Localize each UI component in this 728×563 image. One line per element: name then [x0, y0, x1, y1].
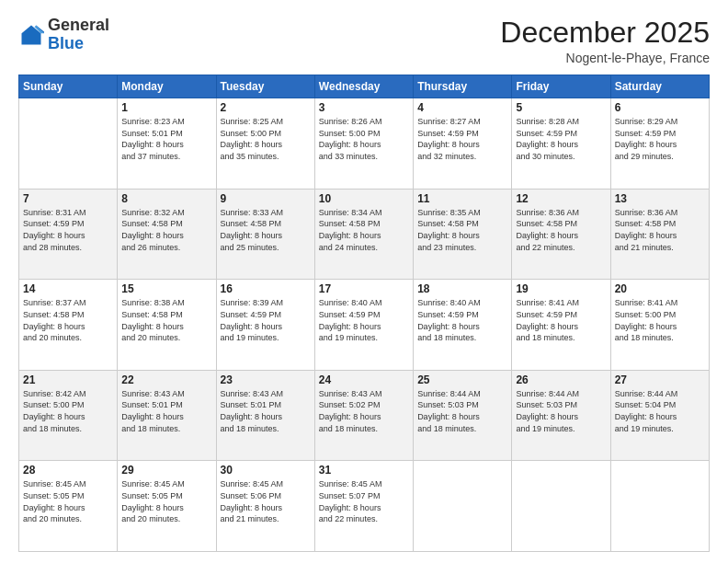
day-number: 6	[615, 101, 705, 114]
calendar-week-row: 7Sunrise: 8:31 AMSunset: 4:59 PMDaylight…	[19, 189, 710, 280]
table-row: 15Sunrise: 8:38 AMSunset: 4:58 PMDayligh…	[118, 280, 216, 371]
table-row: 11Sunrise: 8:35 AMSunset: 4:58 PMDayligh…	[414, 189, 512, 280]
cell-info: Sunrise: 8:25 AMSunset: 5:00 PMDaylight:…	[221, 116, 311, 162]
day-number: 5	[516, 101, 606, 114]
table-row: 5Sunrise: 8:28 AMSunset: 4:59 PMDaylight…	[512, 98, 610, 190]
cell-info: Sunrise: 8:33 AMSunset: 4:58 PMDaylight:…	[221, 207, 311, 253]
calendar-week-row: 14Sunrise: 8:37 AMSunset: 4:58 PMDayligh…	[19, 280, 710, 371]
cell-info: Sunrise: 8:36 AMSunset: 4:58 PMDaylight:…	[516, 207, 606, 253]
day-number: 25	[417, 373, 507, 386]
table-row: 28Sunrise: 8:45 AMSunset: 5:05 PMDayligh…	[19, 461, 118, 552]
cell-info: Sunrise: 8:31 AMSunset: 4:59 PMDaylight:…	[23, 207, 113, 253]
day-number: 15	[121, 282, 211, 295]
day-number: 22	[121, 373, 211, 386]
cell-info: Sunrise: 8:45 AMSunset: 5:05 PMDaylight:…	[121, 478, 211, 524]
day-number: 26	[516, 373, 606, 386]
day-number: 28	[23, 464, 113, 477]
cell-info: Sunrise: 8:37 AMSunset: 4:58 PMDaylight:…	[23, 297, 113, 343]
day-number: 27	[615, 373, 705, 386]
table-row: 16Sunrise: 8:39 AMSunset: 4:59 PMDayligh…	[216, 280, 314, 371]
day-number: 19	[516, 282, 606, 295]
cell-info: Sunrise: 8:38 AMSunset: 4:58 PMDaylight:…	[121, 297, 211, 343]
cell-info: Sunrise: 8:26 AMSunset: 5:00 PMDaylight:…	[319, 116, 409, 162]
day-number: 7	[23, 192, 113, 205]
cell-info: Sunrise: 8:29 AMSunset: 4:59 PMDaylight:…	[615, 116, 705, 162]
day-number: 9	[221, 192, 311, 205]
page: General Blue December 2025 Nogent-le-Pha…	[0, 0, 728, 563]
table-row: 22Sunrise: 8:43 AMSunset: 5:01 PMDayligh…	[118, 370, 216, 461]
calendar-week-row: 1Sunrise: 8:23 AMSunset: 5:01 PMDaylight…	[19, 98, 710, 190]
table-row	[19, 98, 118, 190]
col-tuesday: Tuesday	[216, 75, 314, 98]
table-row: 14Sunrise: 8:37 AMSunset: 4:58 PMDayligh…	[19, 280, 118, 371]
table-row	[610, 461, 709, 552]
month-title: December 2025	[500, 17, 710, 49]
col-wednesday: Wednesday	[314, 75, 413, 98]
day-number: 24	[319, 373, 409, 386]
col-saturday: Saturday	[610, 75, 709, 98]
table-row: 8Sunrise: 8:32 AMSunset: 4:58 PMDaylight…	[118, 189, 216, 280]
calendar-week-row: 28Sunrise: 8:45 AMSunset: 5:05 PMDayligh…	[19, 461, 710, 552]
day-number: 14	[23, 282, 113, 295]
table-row	[414, 461, 512, 552]
cell-info: Sunrise: 8:40 AMSunset: 4:59 PMDaylight:…	[319, 297, 409, 343]
day-number: 18	[417, 282, 507, 295]
logo-blue: Blue	[48, 34, 84, 52]
cell-info: Sunrise: 8:41 AMSunset: 5:00 PMDaylight:…	[615, 297, 705, 343]
logo-icon	[18, 22, 44, 48]
day-number: 10	[319, 192, 409, 205]
day-number: 31	[319, 464, 409, 477]
calendar-header-row: Sunday Monday Tuesday Wednesday Thursday…	[19, 75, 710, 98]
cell-info: Sunrise: 8:36 AMSunset: 4:58 PMDaylight:…	[615, 207, 705, 253]
location: Nogent-le-Phaye, France	[500, 51, 710, 65]
table-row: 21Sunrise: 8:42 AMSunset: 5:00 PMDayligh…	[19, 370, 118, 461]
table-row: 3Sunrise: 8:26 AMSunset: 5:00 PMDaylight…	[314, 98, 413, 190]
table-row: 7Sunrise: 8:31 AMSunset: 4:59 PMDaylight…	[19, 189, 118, 280]
table-row: 25Sunrise: 8:44 AMSunset: 5:03 PMDayligh…	[414, 370, 512, 461]
cell-info: Sunrise: 8:32 AMSunset: 4:58 PMDaylight:…	[121, 207, 211, 253]
table-row: 4Sunrise: 8:27 AMSunset: 4:59 PMDaylight…	[414, 98, 512, 190]
cell-info: Sunrise: 8:43 AMSunset: 5:02 PMDaylight:…	[319, 388, 409, 434]
day-number: 1	[121, 101, 211, 114]
table-row: 13Sunrise: 8:36 AMSunset: 4:58 PMDayligh…	[610, 189, 709, 280]
cell-info: Sunrise: 8:34 AMSunset: 4:58 PMDaylight:…	[319, 207, 409, 253]
table-row: 2Sunrise: 8:25 AMSunset: 5:00 PMDaylight…	[216, 98, 314, 190]
col-thursday: Thursday	[414, 75, 512, 98]
title-block: December 2025 Nogent-le-Phaye, France	[500, 17, 710, 65]
cell-info: Sunrise: 8:27 AMSunset: 4:59 PMDaylight:…	[417, 116, 507, 162]
cell-info: Sunrise: 8:41 AMSunset: 4:59 PMDaylight:…	[516, 297, 606, 343]
cell-info: Sunrise: 8:43 AMSunset: 5:01 PMDaylight:…	[121, 388, 211, 434]
logo-text: General Blue	[48, 17, 109, 53]
cell-info: Sunrise: 8:28 AMSunset: 4:59 PMDaylight:…	[516, 116, 606, 162]
table-row: 26Sunrise: 8:44 AMSunset: 5:03 PMDayligh…	[512, 370, 610, 461]
day-number: 12	[516, 192, 606, 205]
cell-info: Sunrise: 8:42 AMSunset: 5:00 PMDaylight:…	[23, 388, 113, 434]
logo-general: General	[48, 16, 109, 34]
logo: General Blue	[18, 17, 109, 53]
table-row: 17Sunrise: 8:40 AMSunset: 4:59 PMDayligh…	[314, 280, 413, 371]
cell-info: Sunrise: 8:35 AMSunset: 4:58 PMDaylight:…	[417, 207, 507, 253]
cell-info: Sunrise: 8:45 AMSunset: 5:07 PMDaylight:…	[319, 478, 409, 524]
day-number: 2	[221, 101, 311, 114]
day-number: 11	[417, 192, 507, 205]
day-number: 8	[121, 192, 211, 205]
table-row: 19Sunrise: 8:41 AMSunset: 4:59 PMDayligh…	[512, 280, 610, 371]
col-friday: Friday	[512, 75, 610, 98]
cell-info: Sunrise: 8:44 AMSunset: 5:04 PMDaylight:…	[615, 388, 705, 434]
col-monday: Monday	[118, 75, 216, 98]
table-row: 18Sunrise: 8:40 AMSunset: 4:59 PMDayligh…	[414, 280, 512, 371]
cell-info: Sunrise: 8:45 AMSunset: 5:05 PMDaylight:…	[23, 478, 113, 524]
header: General Blue December 2025 Nogent-le-Pha…	[18, 17, 710, 65]
table-row: 20Sunrise: 8:41 AMSunset: 5:00 PMDayligh…	[610, 280, 709, 371]
table-row: 31Sunrise: 8:45 AMSunset: 5:07 PMDayligh…	[314, 461, 413, 552]
table-row: 12Sunrise: 8:36 AMSunset: 4:58 PMDayligh…	[512, 189, 610, 280]
table-row: 24Sunrise: 8:43 AMSunset: 5:02 PMDayligh…	[314, 370, 413, 461]
table-row	[512, 461, 610, 552]
table-row: 9Sunrise: 8:33 AMSunset: 4:58 PMDaylight…	[216, 189, 314, 280]
cell-info: Sunrise: 8:23 AMSunset: 5:01 PMDaylight:…	[121, 116, 211, 162]
cell-info: Sunrise: 8:40 AMSunset: 4:59 PMDaylight:…	[417, 297, 507, 343]
day-number: 23	[221, 373, 311, 386]
calendar-table: Sunday Monday Tuesday Wednesday Thursday…	[18, 75, 710, 552]
calendar-week-row: 21Sunrise: 8:42 AMSunset: 5:00 PMDayligh…	[19, 370, 710, 461]
day-number: 16	[221, 282, 311, 295]
